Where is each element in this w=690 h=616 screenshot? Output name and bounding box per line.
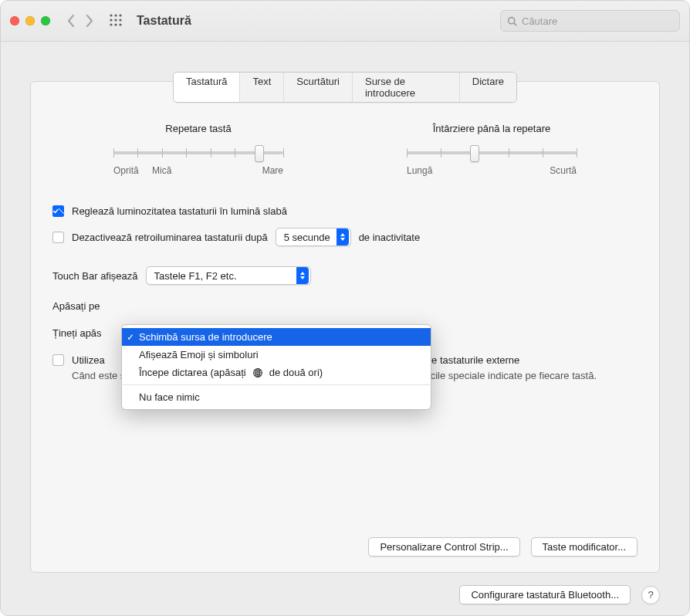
touchbar-label: Touch Bar afișează [52, 270, 138, 282]
help-button[interactable]: ? [641, 586, 660, 604]
svg-line-10 [514, 22, 516, 25]
back-button[interactable] [66, 14, 76, 28]
minimize-window-button[interactable] [25, 16, 35, 25]
backlight-off-prefix: Dezactivează retroiluminarea tastaturii … [72, 232, 268, 243]
sliders-row: Repetare tastă Oprită Mică Mare Întârzie… [52, 123, 638, 176]
nav-buttons [66, 14, 95, 28]
popup-stepper-icon [296, 267, 309, 284]
hold-fn-label: Țineți apăs [52, 327, 102, 339]
window-controls [10, 16, 50, 25]
svg-point-3 [110, 19, 112, 21]
svg-point-4 [114, 19, 117, 21]
backlight-timeout-popup[interactable]: 5 secunde [276, 228, 351, 246]
toolbar: Tastatură Căutare [1, 1, 689, 42]
svg-point-6 [110, 23, 112, 25]
globe-icon [252, 367, 263, 378]
touchbar-value: Tastele F1, F2 etc. [154, 270, 290, 282]
delay-repeat-block: Întârziere până la repetare Lungă Scurtă [391, 123, 592, 176]
svg-point-1 [114, 14, 117, 16]
fn-standard-label-prefix: Utilizea [72, 354, 110, 366]
delay-long-label: Lungă [407, 165, 432, 176]
key-repeat-block: Repetare tastă Oprită Mică Mare [98, 123, 299, 176]
menu-item-label-suffix: de două ori) [269, 367, 323, 378]
menu-item-label: Afișează Emoji și simboluri [139, 349, 259, 360]
backlight-timeout-value: 5 secunde [284, 232, 330, 243]
fn-standard-checkbox[interactable] [52, 354, 64, 366]
hold-fn-row: Țineți apăs [52, 327, 108, 339]
tabs: Tastatură Text Scurtături Surse de intro… [173, 72, 517, 103]
press-globe-label: Apăsați pe [52, 300, 100, 312]
press-globe-row: Apăsați pe [52, 300, 108, 312]
menu-item-label: Nu face nimic [139, 391, 200, 403]
popup-stepper-icon [337, 228, 349, 245]
menu-item-label-prefix: Începe dictarea (apăsați [139, 367, 246, 378]
key-repeat-off-label: Oprită [113, 165, 139, 176]
svg-point-9 [509, 17, 515, 23]
search-field[interactable]: Căutare [500, 10, 680, 32]
delay-short-label: Scurtă [550, 165, 577, 176]
window-title: Tastatură [137, 14, 191, 28]
menu-item-label: Schimbă sursa de introducere [139, 331, 272, 343]
menu-item-change-input-source[interactable]: ✓ Schimbă sursa de introducere [122, 328, 431, 346]
key-repeat-slider[interactable] [113, 145, 283, 161]
svg-point-8 [119, 23, 121, 25]
menu-separator [123, 384, 430, 385]
check-icon: ✓ [127, 332, 134, 343]
tab-text[interactable]: Text [240, 73, 284, 102]
customize-control-strip-button[interactable]: Personalizare Control Strip... [368, 537, 519, 557]
forward-button[interactable] [84, 14, 95, 28]
low-light-checkbox[interactable] [52, 205, 64, 217]
backlight-off-row: Dezactivează retroiluminarea tastaturii … [52, 228, 638, 246]
search-placeholder: Căutare [522, 15, 557, 27]
low-light-row: Reglează luminozitatea tastaturii în lum… [52, 205, 638, 217]
touchbar-popup[interactable]: Tastele F1, F2 etc. [146, 266, 311, 285]
tab-shortcuts[interactable]: Scurtături [284, 73, 353, 102]
key-repeat-title: Repetare tastă [165, 123, 231, 134]
touchbar-row: Touch Bar afișează Tastele F1, F2 etc. [52, 266, 638, 285]
globe-key-dropdown: ✓ Schimbă sursa de introducere Afișează … [121, 324, 431, 410]
panel-buttons: Personalizare Control Strip... Taste mod… [368, 537, 638, 557]
backlight-off-checkbox[interactable] [52, 232, 64, 243]
svg-point-2 [119, 14, 121, 16]
footer-row: Configurare tastatură Bluetooth... ? [459, 585, 660, 604]
delay-repeat-title: Întârziere până la repetare [433, 123, 550, 134]
tab-dictation[interactable]: Dictare [460, 73, 516, 102]
modifier-keys-button[interactable]: Taste modificator... [531, 537, 638, 557]
svg-point-0 [110, 14, 112, 16]
svg-point-7 [114, 23, 117, 25]
tab-input-sources[interactable]: Surse de introducere [353, 73, 460, 102]
zoom-window-button[interactable] [41, 16, 50, 25]
close-window-button[interactable] [10, 16, 19, 25]
backlight-off-suffix: de inactivitate [359, 232, 421, 243]
key-repeat-slow-label: Mică [152, 165, 171, 176]
show-all-prefs-button[interactable] [109, 13, 123, 29]
menu-item-do-nothing[interactable]: Nu face nimic [122, 388, 431, 406]
menu-item-start-dictation[interactable]: Începe dictarea (apăsați de două ori) [122, 364, 431, 381]
tab-keyboard[interactable]: Tastatură [174, 73, 240, 102]
backlight-section: Reglează luminozitatea tastaturii în lum… [52, 205, 638, 246]
low-light-label: Reglează luminozitatea tastaturii în lum… [72, 205, 287, 217]
bluetooth-keyboard-button[interactable]: Configurare tastatură Bluetooth... [459, 585, 631, 604]
delay-repeat-slider[interactable] [407, 145, 577, 161]
menu-item-emoji[interactable]: Afișează Emoji și simboluri [122, 346, 431, 364]
svg-point-5 [119, 19, 121, 21]
key-repeat-fast-label: Mare [262, 165, 283, 176]
preferences-window: Tastatură Căutare Tastatură Text Scurtăt… [0, 0, 690, 616]
